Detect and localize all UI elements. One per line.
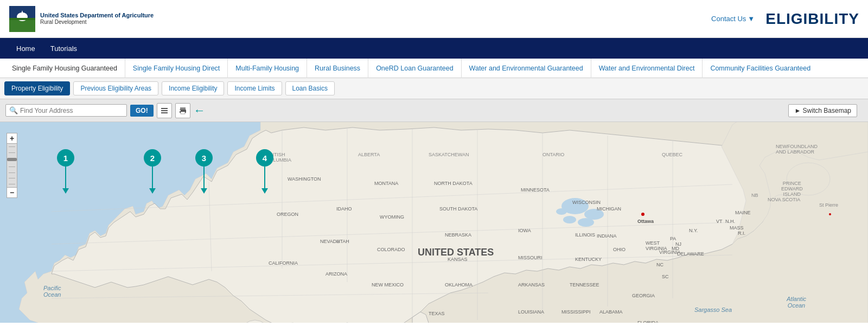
contact-us-arrow-icon: ▼ — [748, 15, 755, 23]
nav-item-home[interactable]: Home — [9, 38, 43, 59]
nav-bar: Home Tutorials — [0, 38, 868, 59]
zoom-tick-5 — [9, 178, 15, 178]
svg-point-16 — [563, 216, 576, 223]
annotation-2-circle: 2 — [144, 149, 161, 167]
zoom-tick-4 — [9, 172, 15, 173]
tab-weg[interactable]: Water and Environmental Guaranteed — [462, 59, 591, 78]
zoom-in-button[interactable]: + — [7, 133, 17, 144]
contact-us-link[interactable]: Contact Us ▼ — [711, 15, 755, 23]
zoom-tick-2 — [9, 152, 15, 153]
svg-point-17 — [556, 208, 567, 215]
nav-item-tutorials[interactable]: Tutorials — [43, 38, 85, 59]
zoom-tick-3 — [9, 167, 15, 167]
annotation-3-arrow — [201, 188, 207, 194]
annotation-4-container: 4 — [256, 149, 273, 194]
annotation-4-line — [264, 167, 265, 188]
toolbar-arrow-icon: ← — [194, 104, 206, 118]
usda-logo: United States Department of Agriculture … — [9, 5, 154, 33]
map-tool-1[interactable] — [157, 103, 172, 118]
svg-rect-7 — [161, 112, 168, 113]
tab-sfhd[interactable]: Single Family Housing Direct — [125, 59, 228, 78]
zoom-out-button[interactable]: − — [7, 187, 17, 198]
annotation-1-line — [65, 167, 66, 188]
usda-emblem-icon — [9, 6, 35, 32]
svg-point-14 — [584, 209, 604, 220]
usda-text: United States Department of Agriculture … — [40, 12, 154, 25]
usda-subtitle: Rural Development — [40, 19, 154, 25]
map-toolbar-inner: 🔍 GO! ← ► Switch Basemap — [5, 103, 863, 118]
go-button[interactable]: GO! — [130, 105, 154, 117]
annotation-1-arrow — [62, 188, 69, 194]
svg-rect-5 — [161, 108, 168, 109]
print-icon — [178, 106, 187, 115]
zoom-tick-6 — [9, 184, 15, 184]
svg-point-18 — [787, 163, 830, 195]
header-right: Contact Us ▼ ELIGIBILITY — [711, 10, 859, 28]
svg-rect-10 — [181, 112, 185, 114]
svg-rect-6 — [161, 110, 168, 111]
sub-nav-loan-basics[interactable]: Loan Basics — [285, 81, 335, 95]
tab-cfg[interactable]: Community Facilities Guaranteed — [703, 59, 818, 78]
annotation-4-circle: 4 — [256, 149, 273, 167]
usda-full-name: United States Department of Agriculture — [40, 12, 154, 19]
tab-onerd[interactable]: OneRD Loan Guaranteed — [368, 59, 461, 78]
svg-rect-4 — [9, 18, 35, 20]
header: United States Department of Agriculture … — [0, 0, 868, 38]
annotation-3-container: 3 — [195, 149, 213, 194]
address-search-input[interactable] — [20, 107, 123, 114]
tab-rb[interactable]: Rural Business — [307, 59, 368, 78]
usda-logo-box — [9, 5, 36, 33]
tab-wed[interactable]: Water and Environmental Direct — [591, 59, 703, 78]
svg-point-19 — [775, 195, 788, 201]
zoom-controls: + − — [7, 133, 17, 198]
annotation-2-container: 2 — [144, 149, 161, 194]
annotation-2-arrow — [149, 188, 156, 194]
annotation-2-line — [152, 167, 153, 188]
sub-nav-income-limits[interactable]: Income Limits — [227, 81, 282, 95]
sub-nav-income-eligibility[interactable]: Income Eligibility — [162, 81, 224, 95]
sub-nav-bar: Property Eligibility Previous Eligibilit… — [0, 78, 868, 99]
annotation-4-arrow — [261, 188, 268, 194]
map-tool-2[interactable] — [175, 103, 190, 118]
search-box-wrap: 🔍 — [5, 104, 127, 117]
sub-nav-property-eligibility[interactable]: Property Eligibility — [4, 81, 70, 95]
sub-nav-previous-eligibility[interactable]: Previous Eligibility Areas — [73, 81, 158, 95]
layers-icon — [160, 106, 169, 115]
zoom-tick-1 — [9, 146, 15, 147]
zoom-handle[interactable] — [7, 158, 17, 161]
tab-mfh[interactable]: Multi-Family Housing — [228, 59, 307, 78]
annotation-1-circle: 1 — [57, 149, 74, 167]
annotation-3-circle: 3 — [195, 149, 213, 167]
svg-point-33 — [829, 213, 831, 215]
eligibility-title: ELIGIBILITY — [765, 10, 859, 28]
svg-rect-11 — [180, 110, 181, 111]
svg-point-32 — [641, 213, 644, 216]
annotation-1-container: 1 — [57, 149, 74, 194]
map-toolbar: 🔍 GO! ← ► Switch Basemap — [0, 99, 868, 122]
switch-basemap-button[interactable]: ► Switch Basemap — [788, 104, 857, 117]
tab-bar: Single Family Housing Guaranteed Single … — [0, 59, 868, 78]
map-area[interactable]: WASHINGTON OREGON CALIFORNIA NEVADA IDAH… — [0, 122, 868, 323]
contact-us-label: Contact Us — [711, 15, 746, 23]
annotation-3-line — [203, 167, 205, 188]
header-left: United States Department of Agriculture … — [9, 5, 154, 33]
svg-point-15 — [578, 218, 594, 227]
tab-sfhg[interactable]: Single Family Housing Guaranteed — [4, 59, 125, 78]
zoom-slider[interactable] — [7, 144, 17, 187]
search-icon: 🔍 — [9, 106, 18, 114]
map-svg — [0, 122, 868, 323]
